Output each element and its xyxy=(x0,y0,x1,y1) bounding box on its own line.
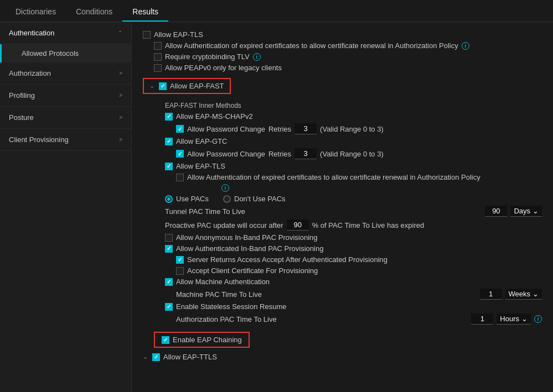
proactive-text-2: % of PAC Time To Live has expired xyxy=(312,221,425,229)
label-allow-eap-fast: Allow EAP-FAST xyxy=(170,82,224,90)
checkbox-server-returns-access[interactable] xyxy=(176,256,184,264)
checkbox-accept-client-cert[interactable] xyxy=(176,267,184,275)
sidebar-item-client-provisioning[interactable]: Client Provisioning > xyxy=(0,129,131,151)
sidebar-item-profiling[interactable]: Profiling > xyxy=(0,85,131,107)
auth-pac-unit-label: Hours xyxy=(500,315,519,323)
sidebar-subitem-allowed-protocols[interactable]: Allowed Protocols xyxy=(0,44,131,62)
info-icon-cryptobinding[interactable]: i xyxy=(253,53,261,61)
retries-input-2[interactable] xyxy=(294,148,317,159)
label-machine-pac-ttl: Machine PAC Time To Live xyxy=(176,290,477,299)
row-allow-eap-tls-inner: Allow EAP-TLS xyxy=(165,162,542,170)
label-use-pacs: Use PACs xyxy=(176,195,209,203)
checkbox-allow-eap-fast[interactable] xyxy=(159,82,167,90)
checkbox-allow-anonymous-inband[interactable] xyxy=(165,234,173,242)
chevron-right-icon-auth: > xyxy=(119,70,122,76)
machine-pac-unit-dropdown[interactable]: Weeks ⌄ xyxy=(505,289,542,300)
radio-dont-use-pacs[interactable] xyxy=(223,195,231,203)
tab-conditions[interactable]: Conditions xyxy=(66,3,122,22)
checkbox-allow-machine-auth[interactable] xyxy=(165,278,173,286)
tab-dictionaries[interactable]: Dictionaries xyxy=(6,3,66,22)
checkbox-allow-eap-tls-top[interactable] xyxy=(143,31,151,39)
row-auth-pac-ttl: Authorization PAC Time To Live Hours ⌄ i xyxy=(176,313,542,325)
tab-results[interactable]: Results xyxy=(122,3,168,22)
row-allow-eap-gtc: Allow EAP-GTC xyxy=(165,137,542,145)
sidebar: Authentication ⌃ Allowed Protocols Autho… xyxy=(0,22,132,392)
label-server-returns-access: Server Returns Access Accept After Authe… xyxy=(187,255,387,264)
sidebar-item-authorization[interactable]: Authorization > xyxy=(0,62,131,85)
label-accept-client-cert: Accept Client Certificate For Provisioni… xyxy=(187,266,318,275)
checkbox-allow-authenticated-inband[interactable] xyxy=(165,245,173,253)
radio-use-pacs[interactable] xyxy=(165,195,173,203)
collapse-icon-eap-ttls[interactable]: ⌄ xyxy=(143,353,148,360)
checkbox-allow-eap-ttls[interactable] xyxy=(152,353,160,361)
auth-pac-unit-dropdown[interactable]: Hours ⌄ xyxy=(497,313,531,325)
checkbox-enable-eap-chaining[interactable] xyxy=(162,336,169,344)
row-allow-eap-ttls: ⌄ Allow EAP-TTLS xyxy=(143,353,542,361)
collapse-icon-eap-fast[interactable]: ⌄ xyxy=(149,82,154,90)
label-auth-pac-ttl: Authorization PAC Time To Live xyxy=(176,315,468,323)
valid-range-2: (Valid Range 0 to 3) xyxy=(320,150,384,158)
row-pacs: Use PACs Don't Use PACs xyxy=(165,195,542,203)
row-allow-eap-ms-chapv2: Allow EAP-MS-CHAPv2 xyxy=(165,112,542,121)
label-enable-stateless: Enable Stateless Session Resume xyxy=(176,302,286,311)
top-nav: Dictionaries Conditions Results xyxy=(0,0,553,22)
checkbox-allow-auth-expired-2[interactable] xyxy=(176,174,184,181)
chevron-right-icon-pos: > xyxy=(119,114,122,121)
row-allow-pfapv0: Allow PEAPv0 only for legacy clients xyxy=(154,64,542,72)
row-password-change-1: Allow Password Change Retries (Valid Ran… xyxy=(176,123,542,134)
auth-pac-unit-chevron: ⌄ xyxy=(521,315,528,323)
row-password-change-2: Allow Password Change Retries (Valid Ran… xyxy=(176,148,542,159)
checkbox-allow-password-change-2[interactable] xyxy=(176,150,184,158)
checkbox-require-cryptobinding[interactable] xyxy=(154,53,162,61)
label-allow-pfapv0: Allow PEAPv0 only for legacy clients xyxy=(165,64,282,72)
sidebar-item-posture-label: Posture xyxy=(9,113,34,122)
row-server-returns-access: Server Returns Access Accept After Authe… xyxy=(176,255,542,264)
tunnel-pac-unit-label: Days xyxy=(514,207,530,215)
sidebar-item-authorization-label: Authorization xyxy=(9,69,51,77)
sidebar-item-posture[interactable]: Posture > xyxy=(0,107,131,129)
row-enable-stateless: Enable Stateless Session Resume xyxy=(165,302,542,311)
row-allow-eap-tls-top: Allow EAP-TLS xyxy=(143,30,542,39)
label-allow-eap-tls-inner: Allow EAP-TLS xyxy=(176,162,225,170)
checkbox-enable-stateless[interactable] xyxy=(165,303,173,311)
retries-input-1[interactable] xyxy=(294,123,317,134)
checkbox-allow-password-change-1[interactable] xyxy=(176,125,184,133)
chevron-right-icon-cp: > xyxy=(119,137,122,143)
info-icon-auth-expired[interactable]: i xyxy=(462,42,469,50)
tunnel-pac-unit-dropdown[interactable]: Days ⌄ xyxy=(510,206,542,217)
retries-label-2: Retries xyxy=(268,150,291,158)
row-allow-auth-expired: Allow Authentication of expired certific… xyxy=(154,41,542,50)
checkbox-allow-eap-gtc[interactable] xyxy=(165,138,173,145)
checkbox-allow-pfapv0[interactable] xyxy=(154,64,162,72)
chevron-down-icon: ⌃ xyxy=(118,30,122,36)
row-require-cryptobinding: Require cryptobinding TLV i xyxy=(154,53,542,61)
proactive-value-input[interactable] xyxy=(287,219,309,231)
machine-pac-unit-label: Weeks xyxy=(509,290,531,298)
tunnel-pac-unit-chevron: ⌄ xyxy=(533,207,539,215)
red-box-eap-fast: ⌄ Allow EAP-FAST xyxy=(143,78,231,94)
label-allow-eap-gtc: Allow EAP-GTC xyxy=(176,137,227,145)
sidebar-item-authentication[interactable]: Authentication ⌃ xyxy=(0,22,131,44)
sidebar-item-client-label: Client Provisioning xyxy=(9,135,69,144)
row-machine-pac-ttl: Machine PAC Time To Live Weeks ⌄ xyxy=(176,289,542,300)
machine-pac-value-input[interactable] xyxy=(480,289,502,300)
main-layout: Authentication ⌃ Allowed Protocols Autho… xyxy=(0,22,553,392)
valid-range-1: (Valid Range 0 to 3) xyxy=(320,125,384,133)
retries-label-1: Retries xyxy=(268,125,291,133)
info-icon-auth-expired-2[interactable]: i xyxy=(221,184,229,192)
checkbox-allow-eap-ms-chapv2[interactable] xyxy=(165,113,173,121)
row-allow-auth-expired-2: Allow Authentication of expired certific… xyxy=(176,173,542,181)
red-box-eap-chaining: Enable EAP Chaining xyxy=(154,332,250,348)
checkbox-allow-auth-expired[interactable] xyxy=(154,42,162,50)
row-info-icon-auth-2: i xyxy=(176,184,542,192)
label-tunnel-pac-ttl: Tunnel PAC Time To Live xyxy=(165,207,482,216)
auth-pac-value-input[interactable] xyxy=(471,313,493,325)
row-allow-anonymous-inband: Allow Anonymous In-Band PAC Provisioning xyxy=(165,233,542,242)
label-enable-eap-chaining: Enable EAP Chaining xyxy=(173,336,242,344)
label-dont-use-pacs: Don't Use PACs xyxy=(234,195,286,203)
checkbox-allow-eap-tls-inner[interactable] xyxy=(165,163,173,170)
info-icon-auth-pac[interactable]: i xyxy=(534,315,542,323)
label-allow-eap-tls-top: Allow EAP-TLS xyxy=(154,30,203,39)
row-accept-client-cert: Accept Client Certificate For Provisioni… xyxy=(176,266,542,275)
tunnel-pac-value-input[interactable] xyxy=(485,206,507,217)
